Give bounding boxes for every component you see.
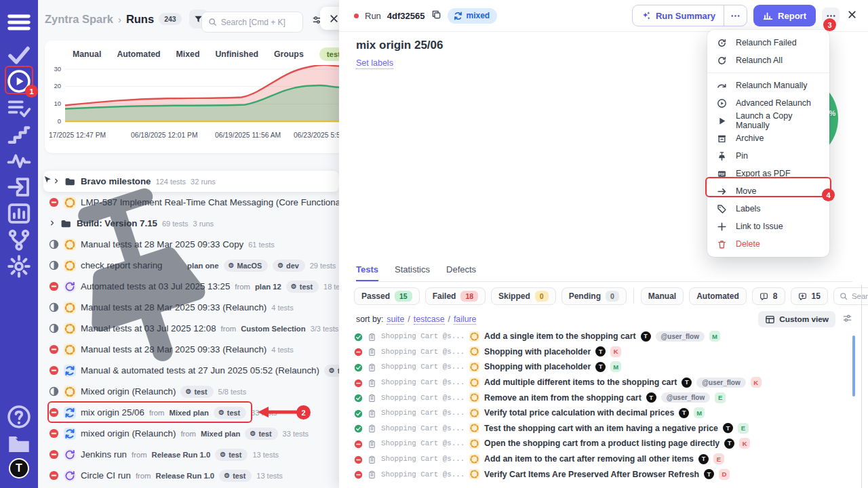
- test-row[interactable]: Shopping Cart @s...Verify Cart Items Are…: [339, 466, 854, 482]
- tab-automated[interactable]: Automated: [117, 49, 160, 59]
- menu-item-pin[interactable]: Pin: [707, 147, 829, 165]
- search-input[interactable]: [221, 18, 296, 27]
- test-row[interactable]: Shopping Cart @s...Add an item to the ca…: [339, 451, 854, 467]
- chevron-right-icon[interactable]: [49, 219, 56, 228]
- close-run-button[interactable]: [846, 8, 859, 24]
- run-from-value[interactable]: Mixed plan: [169, 409, 208, 417]
- comments-filter-button[interactable]: 8: [752, 287, 785, 305]
- sidebar-stairs-icon[interactable]: [6, 121, 32, 147]
- menu-item-export-as-pdf[interactable]: PDFExport as PDF: [707, 165, 829, 182]
- assignee-avatar[interactable]: T: [595, 346, 606, 357]
- comments-filter-button[interactable]: 15: [791, 287, 828, 305]
- run-from-value[interactable]: Release Run 1.0: [156, 472, 215, 480]
- folder-row[interactable]: Bravo milestone124 tests32 runs: [43, 171, 339, 192]
- sidebar-bar-chart-icon[interactable]: [6, 201, 32, 226]
- run-from-value[interactable]: plan one: [187, 262, 218, 270]
- menu-item-relaunch-failed[interactable]: Relaunch Failed: [707, 34, 829, 52]
- folder-row[interactable]: Build: Version 7.1569 tests3 runs: [38, 213, 339, 234]
- run-from-value[interactable]: Mixed plan: [201, 430, 240, 438]
- scrollbar-thumb[interactable]: [852, 336, 855, 396]
- sort-by-failure[interactable]: failure: [454, 314, 477, 325]
- run-row[interactable]: Automated tests at 03 Jul 2025 13:25from…: [38, 276, 339, 297]
- test-row[interactable]: Shopping Cart @s...Remove an item from t…: [339, 390, 854, 405]
- run-row[interactable]: check report sharingfromplan one⚙MacOS⚙d…: [38, 255, 339, 276]
- sidebar-sign-in-icon[interactable]: [6, 174, 32, 200]
- sidebar-user-avatar[interactable]: T: [9, 458, 29, 479]
- menu-item-labels[interactable]: Labels: [707, 200, 829, 218]
- tab-manual[interactable]: Manual: [73, 49, 101, 59]
- chevron-right-icon[interactable]: [53, 177, 60, 186]
- assignee-avatar[interactable]: T: [682, 378, 692, 388]
- tests-search-input[interactable]: [852, 292, 868, 300]
- sidebar-list-check-icon[interactable]: [6, 95, 32, 121]
- tab-defects[interactable]: Defects: [446, 264, 476, 281]
- tab-unfinished[interactable]: Unfinished: [215, 49, 258, 59]
- menu-item-launch-a-copy-manually[interactable]: Launch a Copy Manually: [707, 112, 829, 129]
- assignee-avatar[interactable]: T: [723, 423, 733, 433]
- assignee-avatar[interactable]: T: [724, 439, 734, 449]
- menu-item-archive[interactable]: Archive: [707, 129, 829, 147]
- tab-tests[interactable]: Tests: [356, 264, 378, 281]
- run-row[interactable]: Jenkins runfromRelease Run 1.0⚙test13 te…: [38, 444, 339, 465]
- run-row[interactable]: Mixed origin (Relaunch)⚙test5/8 tests: [38, 381, 339, 402]
- custom-view-button[interactable]: Custom view: [758, 311, 835, 327]
- run-from-value[interactable]: Custom Selection: [241, 325, 305, 333]
- menu-item-relaunch-manually[interactable]: Relaunch Manually: [707, 77, 829, 94]
- sidebar-gear-icon[interactable]: [6, 253, 32, 279]
- run-row[interactable]: Manual tests at 28 Mar 2025 09:33 (Relau…: [38, 297, 339, 318]
- filter-skipped[interactable]: Skipped0: [491, 287, 556, 305]
- assignee-avatar[interactable]: T: [641, 331, 651, 342]
- run-from-value[interactable]: Release Run 1.0: [152, 451, 211, 459]
- menu-item-delete[interactable]: Delete: [707, 235, 829, 253]
- assignee-avatar[interactable]: T: [595, 362, 606, 372]
- test-row[interactable]: Shopping Cart @s...Verify total price ca…: [339, 405, 854, 421]
- run-from-value[interactable]: plan 12: [255, 283, 281, 291]
- sidebar-pulse-icon[interactable]: [6, 148, 32, 174]
- run-row[interactable]: Circle CI runfromRelease Run 1.0⚙test13 …: [38, 465, 339, 486]
- copy-run-id-button[interactable]: [431, 9, 441, 22]
- run-row[interactable]: mix origin 25/06fromMixed plan⚙test33 te…: [38, 402, 339, 423]
- tab-mixed[interactable]: Mixed: [176, 49, 200, 59]
- sidebar-branch-icon[interactable]: [6, 227, 32, 253]
- filter-failed[interactable]: Failed18: [425, 287, 486, 305]
- test-tag-badge[interactable]: @user_flow: [696, 378, 745, 388]
- sort-by-testcase[interactable]: testcase: [414, 314, 445, 325]
- run-row[interactable]: Manual tests at 28 Mar 2025 09:33 Copy61…: [38, 234, 339, 255]
- assignee-avatar[interactable]: T: [704, 469, 714, 479]
- sidebar-folder-icon[interactable]: [6, 431, 32, 457]
- test-tag-badge[interactable]: @user_flow: [656, 331, 705, 342]
- test-row[interactable]: Shopping Cart @s...Add multiple differen…: [339, 375, 854, 390]
- test-row[interactable]: Shopping Cart @s...Shopping with placeho…: [339, 344, 854, 360]
- report-button[interactable]: Report: [753, 5, 816, 26]
- run-row[interactable]: LMP-587 Implement Real-Time Chat Messagi…: [38, 192, 339, 213]
- filter-pending[interactable]: Pending0: [561, 287, 627, 305]
- test-row[interactable]: Shopping Cart @s...Open the shopping car…: [339, 436, 854, 451]
- test-row[interactable]: Shopping Cart @s...Shopping with placeho…: [339, 359, 854, 375]
- assignee-avatar[interactable]: T: [646, 392, 656, 403]
- assignee-avatar[interactable]: T: [698, 454, 709, 464]
- menu-item-link-to-issue[interactable]: Link to Issue: [707, 218, 829, 235]
- menu-item-advanced-relaunch[interactable]: Advanced Relaunch: [707, 94, 829, 112]
- tag-filter-badge[interactable]: test work: [319, 47, 339, 61]
- test-tag-badge[interactable]: @user_flow: [661, 392, 710, 403]
- list-settings-button[interactable]: [842, 313, 852, 325]
- assignee-avatar[interactable]: T: [679, 408, 689, 418]
- sort-by-suite[interactable]: suite: [387, 314, 404, 325]
- run-row[interactable]: mixed origin (Relaunch)fromMixed plan⚙te…: [38, 423, 339, 444]
- set-labels-link[interactable]: Set labels: [356, 58, 393, 69]
- tab-groups[interactable]: Groups: [274, 49, 304, 59]
- filter-passed[interactable]: Passed15: [354, 287, 420, 305]
- test-row[interactable]: Shopping Cart @s...Add a single item to …: [339, 329, 854, 344]
- sidebar-check-icon[interactable]: [6, 42, 32, 68]
- run-summary-more-button[interactable]: [724, 5, 747, 26]
- menu-item-move[interactable]: Move: [707, 182, 829, 200]
- run-row[interactable]: Manual tests at 28 Mar 2025 09:33 (Relau…: [38, 339, 339, 360]
- filter-automated[interactable]: Automated: [689, 287, 747, 305]
- filter-manual[interactable]: Manual: [641, 287, 684, 305]
- run-row[interactable]: Manual & automated tests at 27 Jun 2025 …: [38, 360, 339, 381]
- tab-statistics[interactable]: Statistics: [395, 264, 430, 281]
- menu-item-relaunch-all[interactable]: Relaunch All: [707, 52, 829, 69]
- run-row[interactable]: Manual tests at 03 Jul 2025 12:08fromCus…: [38, 318, 339, 339]
- breadcrumb-project[interactable]: Zyntra Spark: [45, 13, 113, 26]
- sidebar-menu-icon[interactable]: [6, 9, 32, 35]
